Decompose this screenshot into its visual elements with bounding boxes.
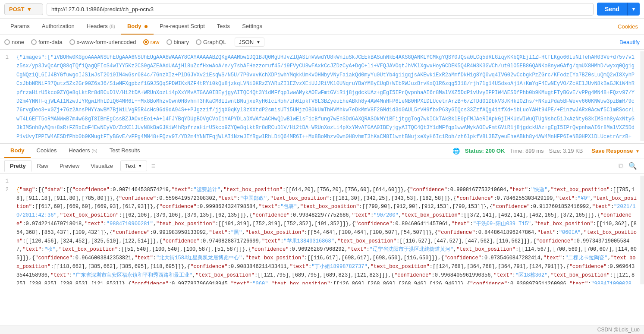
response-status: 🌐 Status: 200 OK Time: 899 ms Size: 3.19… <box>452 148 640 154</box>
resp-tab-test-results[interactable]: Test Results <box>104 144 146 158</box>
tab-tests[interactable]: Tests <box>211 19 236 35</box>
option-x-www-form-urlencoded[interactable]: x-www-form-urlencoded <box>69 39 136 45</box>
url-input[interactable] <box>47 3 594 16</box>
option-binary[interactable]: binary <box>166 39 189 45</box>
response-code-content[interactable]: {"msg":[{"data":[{"confidence":0.9071464… <box>13 176 641 284</box>
status-time: Time: 899 ms <box>510 148 543 154</box>
send-button[interactable]: Send <box>597 3 627 16</box>
status-ok: Status: 200 OK <box>465 148 505 154</box>
tab-params[interactable]: Params <box>4 19 36 35</box>
nav-tabs: Params Authorization Headers (8) Body Pr… <box>0 19 644 35</box>
sub-tab-raw[interactable]: Raw <box>31 160 54 172</box>
radio-binary <box>166 39 172 45</box>
json-format-dropdown[interactable]: JSON ▼ <box>235 38 264 47</box>
option-binary-label: binary <box>174 39 189 45</box>
status-size: Size: 3.19 KB <box>549 148 583 154</box>
json-dropdown-icon: ▼ <box>256 40 261 44</box>
cookies-link[interactable]: Cookies <box>616 19 640 34</box>
sub-tab-preview[interactable]: Preview <box>54 160 85 172</box>
copy-response-icon[interactable]: ⧉ <box>616 162 626 170</box>
tab-authorization[interactable]: Authorization <box>36 19 81 35</box>
response-scrollbar[interactable] <box>641 176 644 284</box>
tab-pre-request-script[interactable]: Pre-request Script <box>154 19 211 35</box>
resp-tab-body[interactable]: Body <box>4 144 31 158</box>
radio-graphql <box>196 39 201 45</box>
send-dropdown-button[interactable]: ▼ <box>627 3 640 16</box>
resp-tab-cookies[interactable]: Cookies <box>31 144 63 158</box>
text-format-label: Text <box>125 163 135 169</box>
option-form-data-label: form-data <box>38 39 63 45</box>
option-graphql[interactable]: GraphQL <box>196 39 226 45</box>
response-nav: Body Cookies Headers (5) Test Results 🌐 … <box>0 144 644 158</box>
method-select[interactable]: POST ▼ <box>4 3 43 15</box>
body-options: none form-data x-www-form-urlencoded raw… <box>0 35 644 50</box>
top-bar: POST ▼ Send ▼ <box>0 0 644 19</box>
tab-settings[interactable]: Settings <box>236 19 268 35</box>
option-none-label: none <box>12 39 24 45</box>
method-dropdown-icon: ▼ <box>26 6 32 13</box>
radio-form-data <box>31 39 37 45</box>
option-raw[interactable]: raw <box>143 39 160 45</box>
option-form-data[interactable]: form-data <box>31 39 63 45</box>
radio-raw <box>143 39 149 45</box>
text-format-dropdown[interactable]: Text ▼ <box>120 161 147 171</box>
radio-none <box>4 39 10 45</box>
request-body-editor: 1 {"images":["iVBORw0KGgoAAAANSUhEUgAAA6… <box>0 50 644 144</box>
save-response-button[interactable]: Save Response ▼ <box>591 148 640 154</box>
response-line-numbers: 12 <box>0 176 13 284</box>
option-raw-label: raw <box>151 39 160 45</box>
beautify-button[interactable]: Beautify <box>619 39 640 45</box>
option-x-www-label: x-www-form-urlencoded <box>77 39 136 45</box>
save-response-dropdown-icon: ▼ <box>635 149 640 154</box>
tab-headers[interactable]: Headers (8) <box>81 19 121 35</box>
option-graphql-label: GraphQL <box>203 39 226 45</box>
sub-tab-visualize[interactable]: Visualize <box>85 160 119 172</box>
method-label: POST <box>9 6 24 13</box>
text-format-dropdown-icon: ▼ <box>138 164 142 168</box>
send-group: Send ▼ <box>597 3 640 16</box>
json-format-label: JSON <box>239 39 254 45</box>
response-body: 12 {"msg":[{"data":[{"confidence":0.9071… <box>0 174 644 286</box>
search-response-icon[interactable]: 🔍 <box>626 162 640 170</box>
option-none[interactable]: none <box>4 39 24 45</box>
radio-x-www <box>69 39 75 45</box>
tab-body[interactable]: Body <box>121 19 154 35</box>
request-line-numbers: 1 <box>0 51 13 141</box>
globe-icon: 🌐 <box>452 148 460 154</box>
sub-tab-pretty[interactable]: Pretty <box>4 160 31 172</box>
response-sub-tabs: Pretty Raw Preview Visualize Text ▼ ≡ ⧉ … <box>0 158 644 174</box>
sort-lines-icon[interactable]: ≡ <box>149 162 158 170</box>
resp-tab-headers[interactable]: Headers (5) <box>63 144 103 158</box>
request-code-content[interactable]: {"images":["iVBORw0KGgoAAAANSUhEUgAAA6NS… <box>13 51 641 141</box>
request-scrollbar[interactable] <box>641 51 644 141</box>
